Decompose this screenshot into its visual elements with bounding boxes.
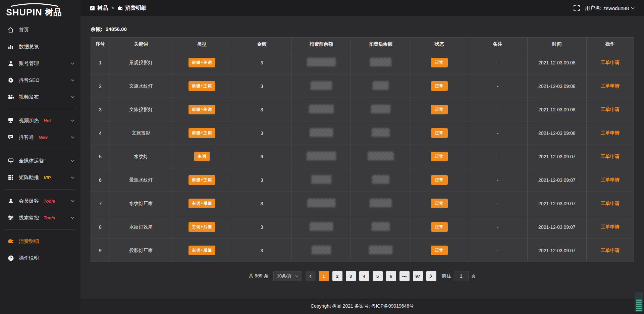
column-header: 金额: [232, 38, 291, 51]
ticket-apply-link[interactable]: 工单申请: [601, 60, 620, 65]
page-button-4[interactable]: 4: [359, 271, 369, 281]
sidebar-item-label: 视频发布: [19, 94, 39, 100]
fullscreen-icon[interactable]: [574, 5, 580, 11]
page-button-5[interactable]: 5: [373, 271, 383, 281]
type-badge: 主词: [194, 152, 210, 161]
breadcrumb-root-icon: [90, 6, 95, 11]
cell-index: 4: [91, 121, 110, 145]
sidebar-divider: [0, 146, 80, 152]
cell-balance-before: [291, 215, 351, 239]
ticket-apply-link[interactable]: 工单申请: [601, 224, 620, 229]
user-menu[interactable]: 用户名: zswodun88: [585, 5, 635, 11]
ticket-apply-link[interactable]: 工单申请: [601, 130, 620, 136]
ticket-apply-link[interactable]: 工单申请: [601, 154, 620, 159]
sidebar-item-label: 全媒体运营: [19, 158, 44, 164]
sidebar-item-label: 数据总览: [19, 44, 39, 50]
breadcrumb-current[interactable]: 消费明细: [117, 5, 147, 12]
cell-remark: -: [468, 168, 527, 192]
cell-type: 主词+后缀: [172, 192, 232, 215]
page-button-6[interactable]: 6: [386, 271, 396, 281]
censored-value: [310, 222, 333, 231]
ticket-apply-link[interactable]: 工单申请: [601, 177, 620, 182]
cell-remark: -: [468, 74, 527, 98]
cell-time: 2021-12-03 09:07: [527, 145, 586, 168]
ticket-apply-link[interactable]: 工单申请: [601, 248, 620, 253]
cell-type: 主词+后缀: [172, 215, 232, 239]
cell-status: 正常: [411, 239, 468, 262]
chevron-left-icon: [309, 274, 312, 278]
table-row: 2文旅水纹灯前缀+主词3正常-2021-12-03 09:08工单申请: [91, 74, 634, 98]
cell-balance-after: [351, 145, 411, 168]
cell-keyword: 景观水纹灯: [110, 168, 172, 192]
cell-keyword: 水纹灯: [110, 145, 172, 168]
next-page-button[interactable]: [426, 271, 436, 281]
sidebar-item-3[interactable]: 账号管理: [0, 55, 80, 72]
page-button-1[interactable]: 1: [319, 271, 329, 281]
breadcrumb-current-icon: [117, 6, 123, 10]
cell-keyword: 景观投影灯: [110, 51, 172, 74]
sidebar-item-label: 操作说明: [19, 255, 39, 261]
sidebar-item-8[interactable]: 全媒体运营: [0, 152, 80, 169]
page-ellipsis-button[interactable]: •••: [399, 271, 410, 281]
sidebar-item-4[interactable]: 抖音SEO: [0, 72, 80, 89]
cell-remark: -: [468, 121, 527, 145]
sidebar-item-1[interactable]: 首页: [0, 21, 80, 38]
cell-balance-after: [351, 239, 411, 262]
table-row: 4文旅投影前缀+主词3正常-2021-12-03 09:08工单申请: [91, 121, 634, 145]
sidebar-divider: [0, 186, 80, 193]
logo-arc: [9, 3, 60, 7]
brand-logo-cn: 树品: [45, 7, 62, 18]
page-button-3[interactable]: 3: [346, 271, 356, 281]
ticket-apply-link[interactable]: 工单申请: [601, 201, 620, 206]
cell-amount: 3: [232, 51, 291, 74]
wallet-icon: [7, 238, 14, 245]
sidebar-item-11[interactable]: 线索监控Tools: [0, 209, 80, 226]
username-label: 用户名:: [585, 5, 601, 11]
table-row: 1景观投影灯前缀+主词3正常-2021-12-03 09:08工单申请: [91, 51, 634, 74]
pagination-total: 共 969 条: [249, 273, 268, 279]
cell-balance-before: [291, 145, 351, 168]
censored-value: [369, 246, 392, 254]
sidebar-item-6[interactable]: 视频加热Hot: [0, 112, 80, 129]
column-header: 扣费前余额: [291, 38, 351, 51]
ticket-apply-link[interactable]: 工单申请: [601, 83, 620, 89]
cell-balance-before: [291, 98, 351, 121]
sidebar-item-2[interactable]: 数据总览: [0, 38, 80, 55]
sidebar: SHUPIN 树品 首页数据总览账号管理抖音SEO视频发布视频加热Hot抖客通N…: [0, 0, 80, 314]
cell-index: 5: [91, 145, 110, 168]
cell-type: 前缀+主词: [172, 51, 232, 74]
breadcrumb-root[interactable]: 树品: [90, 5, 108, 12]
prev-page-button[interactable]: [306, 271, 316, 281]
sidebar-item-10[interactable]: 会员爆客Tools: [0, 193, 80, 209]
cell-time: 2021-12-03 09:08: [527, 51, 586, 74]
sidebar-item-13[interactable]: ?操作说明: [0, 250, 80, 266]
cell-status: 正常: [411, 74, 468, 98]
chart-icon: [7, 43, 14, 50]
cell-type: 前缀+主词: [172, 168, 232, 192]
column-header: 操作: [587, 38, 634, 51]
page-button-97[interactable]: 97: [413, 271, 423, 281]
column-header: 关键词: [110, 38, 172, 51]
table-row: 5水纹灯主词6正常-2021-12-03 09:07工单申请: [91, 145, 634, 168]
chevron-down-icon: [631, 7, 635, 9]
cell-balance-before: [291, 239, 351, 262]
goto-page-input[interactable]: [454, 271, 469, 281]
sidebar-divider: [0, 105, 80, 112]
sidebar-item-7[interactable]: 抖客通New: [0, 129, 80, 146]
page-button-2[interactable]: 2: [332, 271, 342, 281]
cell-keyword: 水纹灯厂家: [110, 192, 172, 215]
floating-widget[interactable]: [635, 293, 643, 312]
chevron-down-icon: [71, 160, 74, 162]
cell-time: 2021-12-03 09:08: [527, 121, 586, 145]
sidebar-item-5[interactable]: 视频发布: [0, 89, 80, 105]
status-badge: 正常: [431, 81, 448, 91]
censored-value: [311, 81, 332, 90]
goto-page: 前往 页: [442, 271, 476, 281]
censored-value: [370, 199, 392, 207]
cell-remark: -: [468, 145, 527, 168]
page-size-select[interactable]: 10条/页: [273, 271, 302, 281]
sidebar-item-12[interactable]: 消费明细: [0, 233, 80, 250]
ticket-apply-link[interactable]: 工单申请: [601, 107, 620, 112]
sidebar-item-9[interactable]: 矩阵助推VIP: [0, 169, 80, 186]
cell-remark: -: [468, 98, 527, 121]
